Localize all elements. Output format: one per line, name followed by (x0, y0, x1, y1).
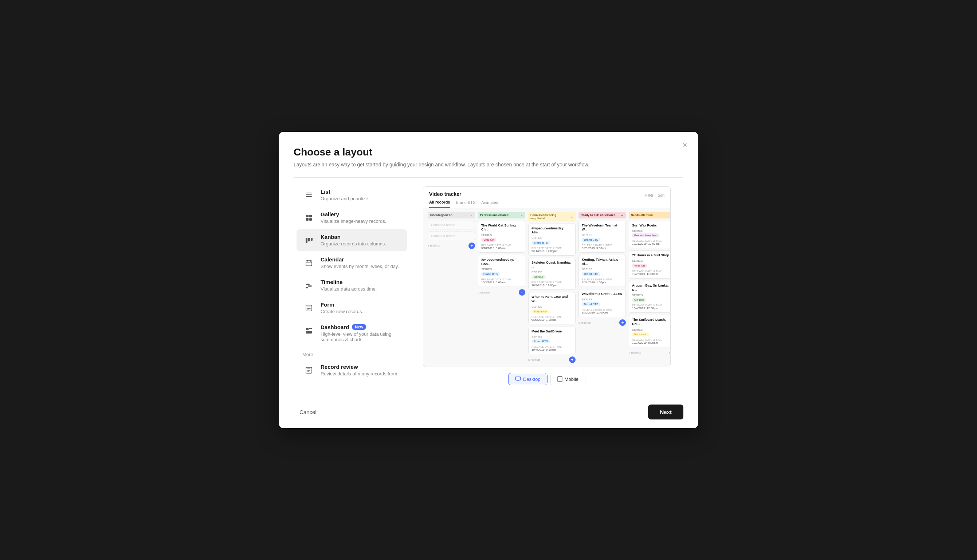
mobile-view-button[interactable]: Mobile (550, 373, 585, 385)
card-wipeout-2: #wipeoutwednesday: Alm... SERIES Brand B… (528, 223, 576, 256)
layout-item-record-review[interactable]: Record review Review details of many rec… (297, 359, 407, 381)
svg-rect-5 (309, 215, 312, 217)
tab-brand-bts[interactable]: Brand BTS (456, 200, 475, 208)
kanban-columns: Uncategorized ⌄ Unnamed record Unnamed r… (423, 208, 670, 367)
kanban-icon (302, 234, 316, 247)
layout-info-gallery: Gallery Visualize image-heavy records. (321, 211, 401, 224)
kanban-col-ready-to-cut: Ready to cut; not cleared ⌄ The Waveform… (578, 212, 626, 363)
layout-desc-form: Create new records. (321, 309, 401, 314)
layout-item-kanban[interactable]: Kanban Organize records into columns. (297, 229, 407, 251)
layout-item-gallery[interactable]: Gallery Visualize image-heavy records. (297, 207, 407, 229)
col-header-permissions-cleared: Permissions cleared ⌄ (478, 212, 525, 218)
kanban-col-uncategorized: Uncategorized ⌄ Unnamed record Unnamed r… (428, 212, 475, 363)
add-record-needs-attention[interactable]: + (670, 350, 670, 356)
layout-name-gallery: Gallery (321, 211, 401, 217)
preview-tabs: All records Brand BTS Animated (429, 200, 665, 208)
card-waveform-crestfallen: Waveform x CrestFALLEN SERIES Brand BTS … (578, 289, 626, 317)
layout-item-calendar[interactable]: Calendar Show events by month, week, or … (297, 252, 407, 274)
svg-rect-2 (306, 196, 312, 197)
form-icon (302, 302, 316, 315)
layout-desc-kanban: Organize records into columns. (321, 241, 401, 247)
layout-desc-timeline: Visualize data across time. (321, 286, 401, 292)
close-button[interactable] (679, 139, 691, 151)
layout-desc-dashboard: High-level view of your data using summa… (321, 331, 401, 342)
modal-footer: Cancel Next (294, 397, 683, 428)
layout-item-list[interactable]: List Organize and prioritize. (297, 184, 407, 206)
more-section-label: More (294, 347, 410, 358)
layout-name-kanban: Kanban (321, 234, 401, 240)
modal-subtitle: Layouts are an easy way to get started b… (294, 161, 683, 168)
add-record-permissions-negotiated[interactable]: + (569, 357, 576, 363)
list-icon (302, 188, 316, 202)
col-header-uncategorized: Uncategorized ⌄ (428, 212, 475, 218)
layout-info-form: Form Create new records. (321, 302, 401, 314)
layout-info-dashboard: Dashboard New High-level view of your da… (321, 324, 401, 342)
svg-rect-9 (308, 238, 310, 242)
layout-item-form[interactable]: Form Create new records. (297, 297, 407, 319)
record-review-icon (302, 364, 316, 377)
kanban-col-permissions-negotiated: Permissions being negotiated ⌄ #wipeoutw… (528, 212, 576, 363)
svg-rect-16 (308, 285, 312, 287)
preview-title: Video tracker (429, 191, 461, 197)
card-kenting: Kenting, Taiwan: Asia's Hi... SERIES Bra… (578, 255, 626, 287)
tab-animated[interactable]: Animated (481, 200, 498, 208)
svg-point-33 (559, 381, 560, 382)
view-toggle: Desktop Mobile (508, 373, 585, 385)
svg-rect-10 (311, 238, 312, 241)
svg-rect-22 (306, 328, 309, 330)
sort-button[interactable]: Sort (658, 193, 665, 197)
timeline-icon (302, 279, 316, 292)
desktop-view-button[interactable]: Desktop (508, 373, 548, 385)
next-button[interactable]: Next (648, 405, 683, 420)
preview-area: Video tracker Filter Sort All records Br… (410, 178, 683, 392)
add-record-uncategorized[interactable]: + (468, 242, 475, 249)
layout-info-record-review: Record review Review details of many rec… (321, 364, 401, 377)
modal-body: List Organize and prioritize. (294, 178, 683, 392)
svg-rect-17 (306, 287, 308, 288)
tab-all-records[interactable]: All records (429, 200, 450, 208)
layout-info-list: List Organize and prioritize. (321, 188, 401, 202)
desktop-icon (515, 376, 521, 382)
card-surfboard-leash: The Surfboard Leash, Unl... SERIES Educa… (629, 315, 670, 347)
card-72-hours: 72 Hours in a Surf Shop SERIES Viral fun… (629, 250, 670, 278)
unnamed-record-1: Unnamed record (428, 221, 475, 229)
svg-rect-15 (306, 283, 310, 285)
svg-rect-7 (309, 218, 312, 221)
card-world-cat: The World Cat Surfing Ch... SERIES Viral… (478, 221, 525, 253)
layout-item-dashboard[interactable]: Dashboard New High-level view of your da… (297, 320, 407, 347)
card-arugam-bay: Arugam Bay, Sri Lanka: N... SERIES On to… (629, 281, 670, 313)
layout-info-timeline: Timeline Visualize data across time. (321, 279, 401, 292)
svg-rect-8 (306, 238, 307, 243)
layout-chooser-modal: Choose a layout Layouts are an easy way … (279, 132, 698, 428)
add-record-ready-to-cut[interactable]: + (619, 319, 626, 326)
cancel-button[interactable]: Cancel (294, 405, 322, 419)
calendar-icon (302, 256, 316, 270)
modal-header: Choose a layout Layouts are an easy way … (294, 147, 683, 168)
mobile-icon (557, 376, 563, 382)
unnamed-record-2: Unnamed record (428, 232, 475, 240)
preview-header: Video tracker Filter Sort All records Br… (423, 187, 670, 208)
svg-rect-23 (309, 328, 312, 329)
col-footer-uncategorized: 3 records + (428, 242, 475, 249)
kanban-col-needs-attention: Needs attention ⌄ Surf Wax Poetic SERIES… (629, 212, 670, 363)
layout-info-kanban: Kanban Organize records into columns. (321, 234, 401, 247)
svg-rect-11 (306, 261, 312, 266)
svg-rect-4 (306, 215, 309, 217)
modal-title: Choose a layout (294, 147, 683, 158)
col-footer-permissions-cleared: 2 records + (478, 289, 525, 296)
col-footer-permissions-negotiated: 6 records + (528, 357, 576, 363)
svg-rect-24 (306, 331, 312, 333)
card-surf-wax: Surf Wax Poetic SERIES Product launches … (629, 221, 670, 249)
svg-rect-6 (306, 218, 309, 221)
layout-item-timeline[interactable]: Timeline Visualize data across time. (297, 275, 407, 297)
layout-name-record-review: Record review (321, 364, 401, 370)
col-header-permissions-negotiated: Permissions being negotiated ⌄ (528, 212, 576, 222)
layout-list-container: List Organize and prioritize. (294, 178, 410, 392)
add-record-permissions-cleared[interactable]: + (519, 289, 525, 296)
layout-name-list: List (321, 188, 401, 195)
kanban-col-permissions-cleared: Permissions cleared ⌄ The World Cat Surf… (478, 212, 525, 363)
card-when-to-rent: When to Rent Gear and W... SERIES Educat… (528, 292, 576, 324)
layout-info-calendar: Calendar Show events by month, week, or … (321, 256, 401, 269)
new-badge: New (352, 324, 366, 330)
filter-button[interactable]: Filter (645, 193, 653, 197)
